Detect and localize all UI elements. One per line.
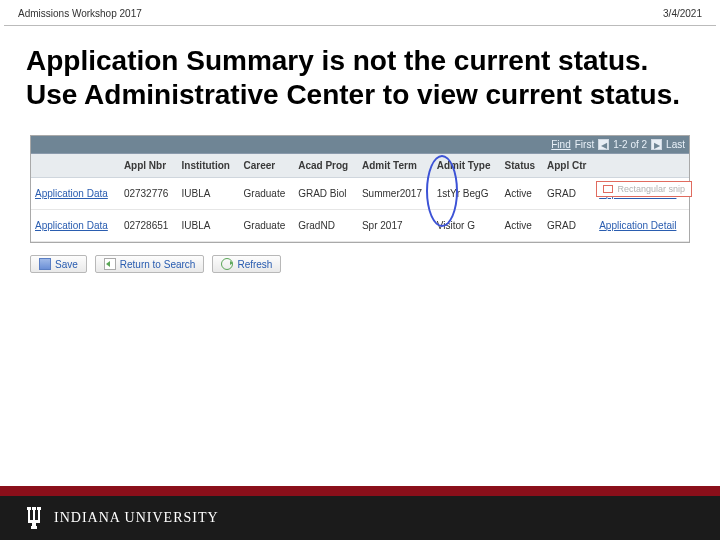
footer-bar: INDIANA UNIVERSITY [0, 496, 720, 540]
refresh-button[interactable]: Refresh [212, 255, 281, 273]
col-admit-term: Admit Term [358, 154, 433, 178]
cell-career: Graduate [240, 210, 295, 242]
cell-appl-ctr: GRAD [543, 210, 595, 242]
cell-appl-nbr: 02728651 [120, 210, 178, 242]
grid-find-link[interactable]: Find [551, 139, 570, 150]
cell-career: Graduate [240, 178, 295, 210]
table-row: Application Data 02728651 IUBLA Graduate… [31, 210, 689, 242]
col-career: Career [240, 154, 295, 178]
cell-status: Active [501, 210, 543, 242]
return-to-search-button[interactable]: Return to Search [95, 255, 205, 273]
save-icon [39, 258, 51, 270]
save-label: Save [55, 259, 78, 270]
rect-snip-icon [603, 185, 613, 193]
return-label: Return to Search [120, 259, 196, 270]
action-toolbar: Save Return to Search Refresh [30, 255, 690, 273]
slide-header-left: Admissions Workshop 2017 [18, 8, 142, 19]
application-data-link[interactable]: Application Data [35, 220, 108, 231]
save-button[interactable]: Save [30, 255, 87, 273]
trident-icon [24, 505, 44, 531]
return-icon [104, 258, 116, 270]
grid-range: 1-2 of 2 [613, 139, 647, 150]
iu-logo: INDIANA UNIVERSITY [24, 505, 219, 531]
cell-status: Active [501, 178, 543, 210]
col-acad-prog: Acad Prog [294, 154, 358, 178]
grid-header-row: Appl Nbr Institution Career Acad Prog Ad… [31, 154, 689, 178]
col-blank [31, 154, 120, 178]
footer-red-stripe [0, 486, 720, 496]
grid-next-button[interactable]: ▶ [651, 139, 662, 150]
col-detail [595, 154, 689, 178]
cell-admit-type: Visitor G [433, 210, 501, 242]
grid-prev-button[interactable]: ◀ [598, 139, 609, 150]
cell-admit-term: Spr 2017 [358, 210, 433, 242]
col-appl-ctr: Appl Ctr [543, 154, 595, 178]
slide-header-date: 3/4/2021 [663, 8, 702, 19]
grid-first-label: First [575, 139, 594, 150]
footer: INDIANA UNIVERSITY [0, 486, 720, 540]
application-detail-link[interactable]: Application Detail [599, 220, 676, 231]
refresh-label: Refresh [237, 259, 272, 270]
cell-institution: IUBLA [178, 210, 240, 242]
application-grid: Find First ◀ 1-2 of 2 ▶ Last Appl Nbr In… [30, 135, 690, 243]
cell-acad-prog: GRAD Biol [294, 178, 358, 210]
snip-label: Rectangular snip [617, 184, 685, 194]
col-admit-type: Admit Type [433, 154, 501, 178]
refresh-icon [221, 258, 233, 270]
col-status: Status [501, 154, 543, 178]
cell-institution: IUBLA [178, 178, 240, 210]
col-institution: Institution [178, 154, 240, 178]
cell-admit-type: 1stYr BegG [433, 178, 501, 210]
application-data-link[interactable]: Application Data [35, 188, 108, 199]
grid-last-label: Last [666, 139, 685, 150]
cell-acad-prog: GradND [294, 210, 358, 242]
snip-toolbar: Rectangular snip [596, 181, 692, 197]
cell-appl-nbr: 02732776 [120, 178, 178, 210]
col-appl-nbr: Appl Nbr [120, 154, 178, 178]
cell-admit-term: Summer2017 [358, 178, 433, 210]
cell-appl-ctr: GRAD [543, 178, 595, 210]
table-row: Application Data 02732776 IUBLA Graduate… [31, 178, 689, 210]
grid-nav-bar: Find First ◀ 1-2 of 2 ▶ Last [31, 136, 689, 154]
brand-text: INDIANA UNIVERSITY [54, 510, 219, 526]
page-title: Application Summary is not the current s… [0, 26, 720, 121]
